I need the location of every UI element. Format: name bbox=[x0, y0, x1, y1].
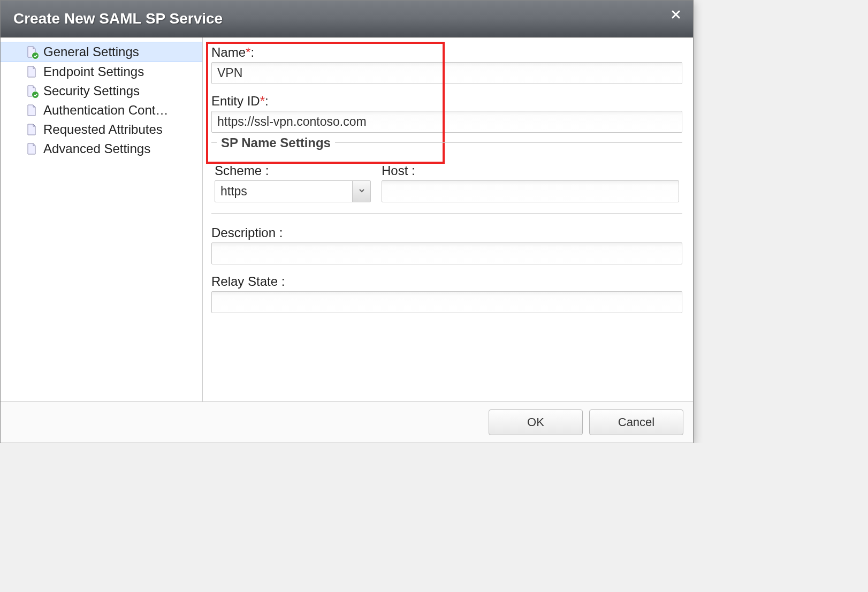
close-icon bbox=[671, 9, 681, 22]
sidebar-item-requested-attributes[interactable]: Requested Attributes bbox=[1, 120, 202, 139]
form-row-entity-id: Entity ID*: bbox=[211, 94, 682, 133]
ok-button[interactable]: OK bbox=[489, 409, 583, 435]
document-icon bbox=[25, 123, 38, 136]
scheme-value: https bbox=[215, 181, 352, 202]
sidebar-item-label: Authentication Cont… bbox=[43, 103, 168, 118]
relay-state-input[interactable] bbox=[211, 291, 682, 313]
sidebar-item-general-settings[interactable]: General Settings bbox=[1, 42, 202, 62]
host-label: Host : bbox=[382, 163, 679, 178]
dialog-body: General Settings Endpoint Settings Secur… bbox=[1, 37, 693, 401]
sidebar: General Settings Endpoint Settings Secur… bbox=[1, 37, 203, 401]
scheme-label: Scheme : bbox=[215, 163, 371, 178]
document-icon bbox=[25, 142, 38, 155]
cancel-button[interactable]: Cancel bbox=[589, 409, 683, 435]
sidebar-item-security-settings[interactable]: Security Settings bbox=[1, 81, 202, 101]
fieldset-legend: SP Name Settings bbox=[217, 135, 335, 150]
colon: : bbox=[265, 94, 269, 108]
sidebar-item-endpoint-settings[interactable]: Endpoint Settings bbox=[1, 62, 202, 81]
sidebar-item-authentication-context[interactable]: Authentication Cont… bbox=[1, 101, 202, 120]
description-label: Description : bbox=[211, 225, 682, 240]
check-badge-icon bbox=[32, 52, 39, 59]
document-icon bbox=[25, 45, 38, 58]
document-icon bbox=[25, 85, 38, 97]
name-label: Name*: bbox=[211, 45, 682, 60]
sidebar-item-label: Security Settings bbox=[43, 84, 140, 98]
dialog-header: Create New SAML SP Service bbox=[1, 1, 693, 37]
chevron-down-icon bbox=[358, 187, 366, 196]
entity-id-label: Entity ID*: bbox=[211, 94, 682, 109]
dialog: Create New SAML SP Service General Setti… bbox=[0, 0, 694, 443]
check-badge-icon bbox=[32, 91, 39, 98]
scheme-select[interactable]: https bbox=[215, 180, 371, 202]
scheme-column: Scheme : https bbox=[215, 163, 371, 202]
required-marker: * bbox=[246, 45, 250, 59]
label-text: Entity ID bbox=[211, 94, 260, 108]
form-row-relay-state: Relay State : bbox=[211, 274, 682, 313]
sp-name-settings-fieldset: SP Name Settings Scheme : https bbox=[211, 142, 682, 214]
sidebar-item-label: Advanced Settings bbox=[43, 141, 150, 156]
main-panel: Name*: Entity ID*: SP Name Settings Sche… bbox=[203, 37, 693, 401]
sidebar-item-label: Requested Attributes bbox=[43, 122, 163, 137]
dialog-footer: OK Cancel bbox=[1, 401, 693, 443]
description-input[interactable] bbox=[211, 242, 682, 264]
form-row-description: Description : bbox=[211, 225, 682, 264]
host-column: Host : bbox=[382, 163, 679, 202]
sidebar-item-label: General Settings bbox=[43, 44, 139, 59]
dialog-title: Create New SAML SP Service bbox=[13, 10, 223, 27]
scheme-dropdown-button[interactable] bbox=[352, 181, 370, 202]
sidebar-item-label: Endpoint Settings bbox=[43, 64, 144, 79]
close-button[interactable] bbox=[668, 8, 683, 23]
document-icon bbox=[25, 65, 38, 78]
sidebar-item-advanced-settings[interactable]: Advanced Settings bbox=[1, 139, 202, 158]
name-input[interactable] bbox=[211, 62, 682, 84]
host-input[interactable] bbox=[382, 180, 679, 202]
required-marker: * bbox=[260, 94, 265, 108]
entity-id-input[interactable] bbox=[211, 111, 682, 133]
relay-state-label: Relay State : bbox=[211, 274, 682, 289]
form-row-name: Name*: bbox=[211, 45, 682, 84]
document-icon bbox=[25, 104, 38, 117]
label-text: Name bbox=[211, 45, 246, 59]
colon: : bbox=[250, 45, 254, 59]
